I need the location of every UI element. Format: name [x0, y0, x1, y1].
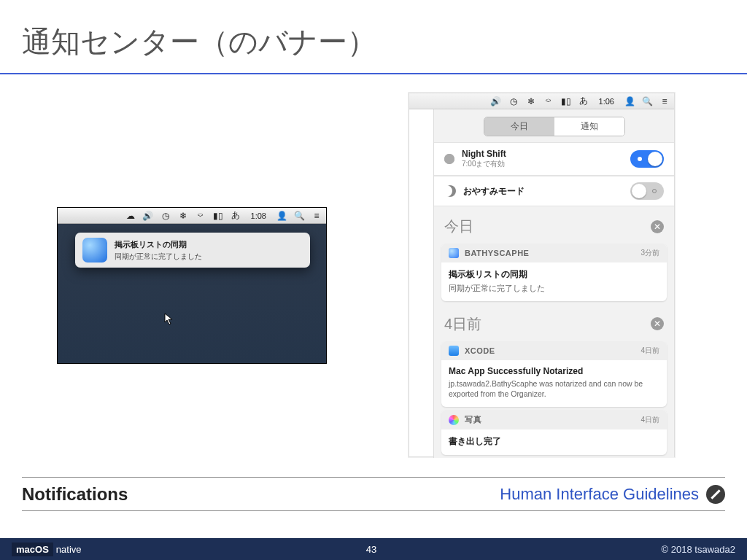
cloud-icon: ☁	[125, 211, 136, 221]
notif-app-name: 写真	[465, 414, 481, 425]
night-shift-label: Night Shift	[462, 149, 506, 159]
nc-menubar: 🔊 ◷ ❄ ⌔ ▮▯ あ 1:06 👤 🔍 ≡	[409, 93, 674, 109]
banner-sample-screenshot: ☁ 🔊 ◷ ❄ ⌔ ▮▯ あ 1:08 👤 🔍 ≡ 掲示板リストの同期 同期が正…	[57, 207, 327, 364]
divider	[22, 510, 725, 511]
app-icon	[449, 248, 459, 258]
safari-icon	[706, 485, 725, 504]
night-shift-icon	[444, 154, 454, 164]
app-icon	[82, 238, 107, 262]
footer-copyright: © 2018 tsawada2	[662, 544, 735, 555]
battery-icon: ▮▯	[213, 211, 223, 221]
app-icon	[449, 415, 459, 425]
user-icon: 👤	[624, 96, 635, 106]
ime-icon: あ	[231, 211, 241, 221]
dnd-row: おやすみモード	[434, 176, 674, 206]
slide-title: 通知センター（のバナー）	[22, 22, 376, 62]
section-header: 4日前 ✕	[434, 304, 674, 338]
list-icon: ≡	[659, 96, 670, 106]
notification-banner[interactable]: 掲示板リストの同期 同期が正常に完了しました	[75, 233, 310, 268]
hig-link[interactable]: Human Interface Guidelines	[500, 485, 725, 504]
dnd-label: おやすみモード	[463, 185, 525, 198]
clear-section-button[interactable]: ✕	[651, 220, 664, 233]
clock-icon: ◷	[160, 211, 171, 221]
menubar: ☁ 🔊 ◷ ❄ ⌔ ▮▯ あ 1:08 👤 🔍 ≡	[58, 208, 326, 224]
nc-menubar-time: 1:06	[599, 97, 614, 106]
night-shift-row: Night Shift 7:00まで有効	[434, 142, 674, 176]
notif-app-name: BATHYSCAPHE	[465, 249, 529, 257]
ime-icon: あ	[578, 96, 589, 106]
search-icon: 🔍	[642, 96, 652, 106]
section-header: 今日 ✕	[434, 206, 674, 241]
moon-icon	[444, 185, 456, 197]
section-title: 4日前	[444, 314, 481, 334]
menubar-time: 1:08	[251, 211, 266, 220]
snow-icon: ❄	[178, 211, 188, 221]
notif-time: 4日前	[640, 346, 659, 356]
notif-body: jp.tsawada2.BathyScaphe was notarized an…	[449, 378, 659, 400]
tab-notifications[interactable]: 通知	[554, 117, 624, 136]
snow-icon: ❄	[526, 96, 536, 106]
notif-time: 4日前	[640, 415, 659, 425]
banner-title: 掲示板リストの同期	[115, 239, 202, 250]
divider	[22, 477, 725, 478]
banner-body: 同期が正常に完了しました	[115, 252, 202, 262]
slide-footer: macOSnative 43 © 2018 tsawada2	[0, 538, 747, 560]
notification-card[interactable]: 写真 4日前 書き出し完了	[441, 410, 667, 455]
list-icon: ≡	[311, 211, 322, 221]
page-number: 43	[366, 544, 376, 555]
dnd-toggle[interactable]	[630, 182, 664, 200]
clock-icon: ◷	[508, 96, 519, 106]
hig-link-text: Human Interface Guidelines	[500, 485, 699, 504]
battery-icon: ▮▯	[561, 96, 571, 106]
clear-section-button[interactable]: ✕	[651, 317, 664, 330]
notif-app-name: XCODE	[465, 346, 495, 355]
search-icon: 🔍	[294, 211, 304, 221]
volume-icon: 🔊	[143, 211, 153, 221]
tab-today[interactable]: 今日	[484, 117, 554, 136]
section-title: 今日	[444, 217, 473, 236]
nc-segmented-control[interactable]: 今日 通知	[434, 117, 674, 136]
volume-icon: 🔊	[491, 96, 501, 106]
notification-card[interactable]: XCODE 4日前 Mac App Successfully Notarized…	[441, 341, 667, 407]
notif-body: 同期が正常に完了しました	[449, 283, 659, 294]
wifi-icon: ⌔	[196, 211, 206, 221]
notif-title: 掲示板リストの同期	[449, 268, 659, 281]
user-icon: 👤	[276, 211, 287, 221]
notif-title: 書き出し完了	[449, 435, 659, 448]
wifi-icon: ⌔	[543, 96, 554, 106]
notif-time: 3分前	[640, 248, 659, 258]
night-shift-sub: 7:00まで有効	[462, 159, 506, 169]
night-shift-toggle[interactable]	[630, 150, 664, 168]
notification-center-screenshot: 🔊 ◷ ❄ ⌔ ▮▯ あ 1:06 👤 🔍 ≡ 今日 通知	[409, 93, 675, 457]
cursor-icon	[164, 313, 174, 326]
app-icon	[449, 346, 459, 356]
topic-label: Notifications	[22, 484, 128, 505]
title-divider	[0, 73, 747, 74]
nc-panel: 今日 通知 Night Shift 7:00まで有効 おやすみモード	[433, 109, 674, 458]
footer-brand: macOSnative	[12, 544, 82, 555]
notif-title: Mac App Successfully Notarized	[449, 366, 659, 376]
notification-card[interactable]: BATHYSCAPHE 3分前 掲示板リストの同期 同期が正常に完了しました	[441, 244, 667, 301]
